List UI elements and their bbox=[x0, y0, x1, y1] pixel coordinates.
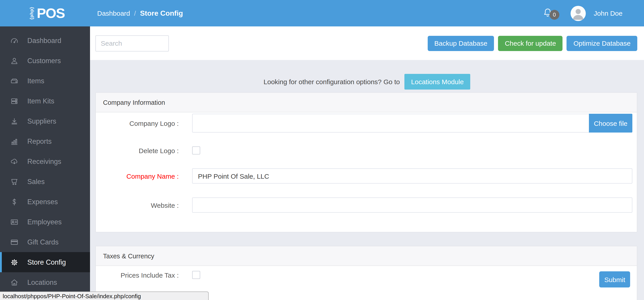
top-navbar: {php} POS Dashboard / Store Config 0 bbox=[0, 0, 644, 26]
items-icon bbox=[10, 76, 19, 85]
brand-prefix: {php} bbox=[29, 7, 34, 20]
dashboard-icon bbox=[10, 36, 19, 45]
person-silhouette-icon bbox=[570, 6, 586, 21]
sidebar-item-label: Reports bbox=[27, 137, 52, 145]
toolbar: Backup Database Check for update Optimiz… bbox=[90, 26, 644, 60]
brand-name: POS bbox=[37, 6, 65, 20]
choose-file-button[interactable]: Choose file bbox=[589, 114, 632, 132]
store-config-icon bbox=[10, 258, 19, 267]
breadcrumb-separator: / bbox=[134, 10, 136, 17]
sidebar-item-label: Gift Cards bbox=[27, 238, 59, 246]
receivings-icon bbox=[10, 157, 19, 166]
prices-include-tax-row: Prices Include Tax : bbox=[102, 271, 632, 279]
optimize-database-button[interactable]: Optimize Database bbox=[567, 36, 637, 51]
topbar-right-cluster: 0 John Doe bbox=[542, 5, 622, 22]
sidebar-item-label: Suppliers bbox=[27, 117, 56, 125]
suppliers-icon bbox=[10, 117, 19, 126]
sidebar-item-label: Items bbox=[27, 77, 44, 85]
breadcrumb-section[interactable]: Dashboard bbox=[97, 10, 130, 17]
website-label: Website : bbox=[102, 201, 179, 209]
panel-title: Company Information bbox=[103, 99, 165, 106]
breadcrumb: Dashboard / Store Config bbox=[97, 9, 183, 17]
sidebar-item-label: Locations bbox=[27, 278, 57, 286]
website-row: Website : bbox=[102, 198, 632, 213]
expenses-icon bbox=[10, 197, 19, 206]
company-information-panel: Company Information Company Logo : Choos… bbox=[96, 92, 637, 232]
customers-icon bbox=[10, 56, 19, 65]
locations-icon bbox=[10, 278, 19, 287]
app-window: {php} POS Dashboard / Store Config 0 bbox=[0, 0, 644, 300]
user-name[interactable]: John Doe bbox=[594, 10, 622, 17]
sidebar-item-store-config[interactable]: Store Config bbox=[0, 252, 90, 272]
website-input[interactable] bbox=[192, 198, 632, 213]
delete-logo-row: Delete Logo : bbox=[102, 146, 632, 154]
employees-icon bbox=[10, 218, 19, 226]
sidebar-item-label: Employees bbox=[27, 218, 62, 226]
sidebar-nav: Dashboard Customers Items bbox=[0, 26, 90, 300]
avatar[interactable] bbox=[570, 6, 586, 21]
panel-header: Company Information bbox=[96, 93, 637, 112]
backup-database-button[interactable]: Backup Database bbox=[428, 36, 494, 51]
sidebar-item-dashboard[interactable]: Dashboard bbox=[0, 30, 90, 50]
sidebar-item-items[interactable]: Items bbox=[0, 71, 90, 91]
prices-include-tax-label: Prices Include Tax : bbox=[102, 271, 179, 279]
delete-logo-label: Delete Logo : bbox=[102, 147, 179, 154]
banner-text: Looking for other configuration options?… bbox=[264, 78, 400, 86]
sidebar-item-reports[interactable]: Reports bbox=[0, 131, 90, 151]
sidebar-item-label: Customers bbox=[27, 57, 61, 65]
item-kits-icon bbox=[10, 96, 19, 106]
sidebar-item-customers[interactable]: Customers bbox=[0, 50, 90, 71]
company-name-row: Company Name : bbox=[102, 168, 632, 184]
sidebar-item-label: Sales bbox=[27, 178, 45, 186]
check-for-update-button[interactable]: Check for update bbox=[498, 36, 563, 51]
status-url: localhost/phppos/PHP-Point-Of-Sale/index… bbox=[3, 292, 141, 299]
sidebar-item-receivings[interactable]: Receivings bbox=[0, 151, 90, 172]
browser-status-bar: localhost/phppos/PHP-Point-Of-Sale/index… bbox=[0, 292, 209, 300]
sidebar-item-item-kits[interactable]: Item Kits bbox=[0, 91, 90, 111]
sidebar-item-label: Store Config bbox=[27, 258, 66, 266]
prices-include-tax-checkbox[interactable] bbox=[192, 271, 200, 279]
gift-cards-icon bbox=[10, 238, 19, 246]
locations-module-button[interactable]: Locations Module bbox=[404, 74, 470, 90]
config-options-banner: Looking for other configuration options?… bbox=[90, 74, 644, 90]
sales-icon bbox=[10, 177, 19, 186]
sidebar-item-gift-cards[interactable]: Gift Cards bbox=[0, 232, 90, 252]
page-title: Store Config bbox=[140, 9, 183, 17]
notifications-button[interactable]: 0 bbox=[542, 5, 562, 22]
sidebar-item-locations[interactable]: Locations bbox=[0, 272, 90, 292]
search-input[interactable] bbox=[96, 35, 169, 51]
delete-logo-checkbox[interactable] bbox=[192, 146, 200, 154]
submit-button[interactable]: Submit bbox=[600, 271, 630, 288]
panel-body: Company Logo : Choose file Delete Logo :… bbox=[96, 112, 637, 232]
sidebar-item-sales[interactable]: Sales bbox=[0, 172, 90, 192]
reports-icon bbox=[10, 137, 19, 146]
toolbar-buttons: Backup Database Check for update Optimiz… bbox=[428, 36, 637, 51]
company-logo-file-input[interactable]: Choose file bbox=[192, 114, 632, 132]
panel-header: Taxes & Currency bbox=[96, 246, 637, 266]
sidebar-item-label: Dashboard bbox=[27, 36, 61, 44]
brand-logo[interactable]: {php} POS bbox=[0, 6, 90, 20]
sidebar-item-suppliers[interactable]: Suppliers bbox=[0, 111, 90, 131]
sidebar-item-expenses[interactable]: Expenses bbox=[0, 192, 90, 212]
sidebar-item-label: Item Kits bbox=[27, 97, 54, 105]
page-content: Looking for other configuration options?… bbox=[90, 60, 644, 300]
company-logo-label: Company Logo : bbox=[102, 119, 179, 127]
company-logo-row: Company Logo : Choose file bbox=[102, 114, 632, 132]
panel-title: Taxes & Currency bbox=[103, 252, 154, 260]
sidebar-item-label: Expenses bbox=[27, 198, 58, 206]
company-name-input[interactable] bbox=[192, 168, 632, 184]
sidebar-item-employees[interactable]: Employees bbox=[0, 212, 90, 232]
notification-count-badge: 0 bbox=[550, 10, 559, 20]
company-name-label: Company Name : bbox=[102, 172, 179, 180]
sidebar-item-label: Receivings bbox=[27, 158, 61, 166]
